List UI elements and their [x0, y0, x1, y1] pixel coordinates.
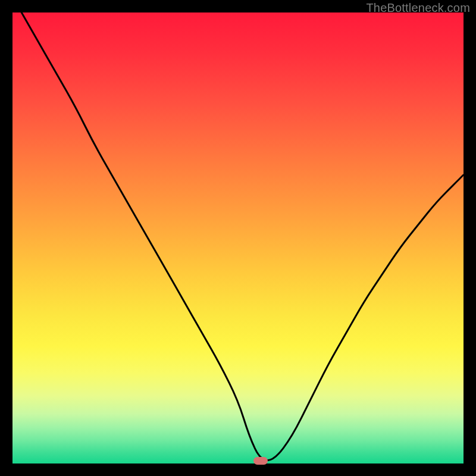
plot-area	[12, 12, 464, 464]
optimal-marker	[253, 457, 268, 465]
chart-frame: TheBottleneck.com	[0, 0, 476, 476]
bottleneck-curve	[12, 12, 464, 464]
curve-path	[21, 12, 464, 461]
